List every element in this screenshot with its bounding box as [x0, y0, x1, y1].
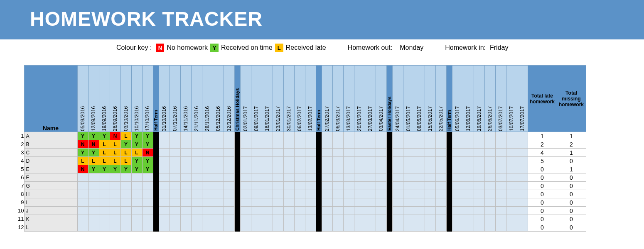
- mark-cell[interactable]: [495, 182, 506, 190]
- mark-cell[interactable]: [99, 207, 110, 215]
- mark-cell[interactable]: [376, 182, 386, 190]
- mark-cell[interactable]: [392, 173, 403, 182]
- mark-cell[interactable]: [180, 132, 191, 140]
- mark-cell[interactable]: [305, 198, 316, 207]
- mark-cell[interactable]: [202, 173, 213, 182]
- mark-cell[interactable]: [495, 173, 506, 182]
- mark-cell[interactable]: [251, 198, 262, 207]
- mark-cell[interactable]: [425, 182, 435, 190]
- mark-cell[interactable]: [392, 132, 403, 140]
- mark-cell[interactable]: [262, 190, 273, 198]
- mark-cell[interactable]: Y: [131, 165, 142, 173]
- mark-cell[interactable]: [170, 140, 180, 149]
- mark-cell[interactable]: [506, 182, 517, 190]
- mark-cell[interactable]: [99, 190, 110, 198]
- mark-cell[interactable]: [474, 149, 484, 157]
- mark-cell[interactable]: [170, 149, 180, 157]
- mark-cell[interactable]: [343, 157, 354, 165]
- mark-cell[interactable]: [403, 132, 414, 140]
- mark-cell[interactable]: [191, 190, 202, 198]
- mark-cell[interactable]: [283, 149, 294, 157]
- mark-cell[interactable]: [343, 132, 354, 140]
- mark-cell[interactable]: [435, 157, 446, 165]
- mark-cell[interactable]: N: [77, 165, 88, 173]
- mark-cell[interactable]: [452, 223, 463, 232]
- mark-cell[interactable]: L: [120, 157, 131, 165]
- student-name-cell[interactable]: B: [24, 140, 77, 149]
- mark-cell[interactable]: [251, 165, 262, 173]
- student-name-cell[interactable]: F: [24, 173, 77, 182]
- mark-cell[interactable]: [77, 182, 88, 190]
- mark-cell[interactable]: [365, 173, 376, 182]
- mark-cell[interactable]: Y: [131, 140, 142, 149]
- mark-cell[interactable]: [191, 198, 202, 207]
- mark-cell[interactable]: [240, 173, 251, 182]
- mark-cell[interactable]: [294, 190, 305, 198]
- mark-cell[interactable]: L: [120, 132, 131, 140]
- mark-cell[interactable]: [474, 207, 484, 215]
- mark-cell[interactable]: [403, 223, 414, 232]
- mark-cell[interactable]: [240, 182, 251, 190]
- mark-cell[interactable]: [251, 149, 262, 157]
- mark-cell[interactable]: [392, 190, 403, 198]
- mark-cell[interactable]: L: [110, 157, 120, 165]
- mark-cell[interactable]: [283, 207, 294, 215]
- mark-cell[interactable]: [159, 132, 170, 140]
- mark-cell[interactable]: [354, 140, 365, 149]
- mark-cell[interactable]: [262, 215, 273, 223]
- mark-cell[interactable]: [262, 132, 273, 140]
- mark-cell[interactable]: [392, 149, 403, 157]
- mark-cell[interactable]: [376, 132, 386, 140]
- mark-cell[interactable]: [159, 223, 170, 232]
- mark-cell[interactable]: [213, 132, 224, 140]
- mark-cell[interactable]: [354, 149, 365, 157]
- mark-cell[interactable]: [517, 223, 528, 232]
- mark-cell[interactable]: [463, 190, 474, 198]
- mark-cell[interactable]: [77, 215, 88, 223]
- mark-cell[interactable]: L: [99, 157, 110, 165]
- mark-cell[interactable]: [240, 157, 251, 165]
- mark-cell[interactable]: [180, 157, 191, 165]
- mark-cell[interactable]: Y: [120, 140, 131, 149]
- mark-cell[interactable]: [376, 173, 386, 182]
- mark-cell[interactable]: [425, 149, 435, 157]
- mark-cell[interactable]: [414, 215, 425, 223]
- mark-cell[interactable]: [322, 173, 332, 182]
- mark-cell[interactable]: [159, 173, 170, 182]
- mark-cell[interactable]: [191, 182, 202, 190]
- mark-cell[interactable]: [484, 182, 495, 190]
- mark-cell[interactable]: [506, 223, 517, 232]
- mark-cell[interactable]: [283, 198, 294, 207]
- mark-cell[interactable]: [202, 207, 213, 215]
- mark-cell[interactable]: [305, 182, 316, 190]
- mark-cell[interactable]: [392, 198, 403, 207]
- mark-cell[interactable]: [224, 190, 234, 198]
- mark-cell[interactable]: [77, 173, 88, 182]
- mark-cell[interactable]: [251, 190, 262, 198]
- mark-cell[interactable]: [224, 198, 234, 207]
- mark-cell[interactable]: [170, 207, 180, 215]
- mark-cell[interactable]: [283, 157, 294, 165]
- mark-cell[interactable]: [495, 149, 506, 157]
- mark-cell[interactable]: L: [120, 149, 131, 157]
- mark-cell[interactable]: [213, 149, 224, 157]
- mark-cell[interactable]: [180, 165, 191, 173]
- mark-cell[interactable]: Y: [131, 157, 142, 165]
- mark-cell[interactable]: [262, 223, 273, 232]
- mark-cell[interactable]: [251, 132, 262, 140]
- mark-cell[interactable]: [425, 157, 435, 165]
- mark-cell[interactable]: [452, 157, 463, 165]
- student-name-cell[interactable]: C: [24, 149, 77, 157]
- mark-cell[interactable]: [240, 190, 251, 198]
- mark-cell[interactable]: Y: [142, 132, 153, 140]
- mark-cell[interactable]: [517, 140, 528, 149]
- mark-cell[interactable]: [506, 140, 517, 149]
- mark-cell[interactable]: [517, 215, 528, 223]
- mark-cell[interactable]: [435, 182, 446, 190]
- mark-cell[interactable]: [474, 132, 484, 140]
- mark-cell[interactable]: [484, 223, 495, 232]
- mark-cell[interactable]: [332, 198, 343, 207]
- mark-cell[interactable]: [506, 190, 517, 198]
- mark-cell[interactable]: [213, 198, 224, 207]
- mark-cell[interactable]: [343, 149, 354, 157]
